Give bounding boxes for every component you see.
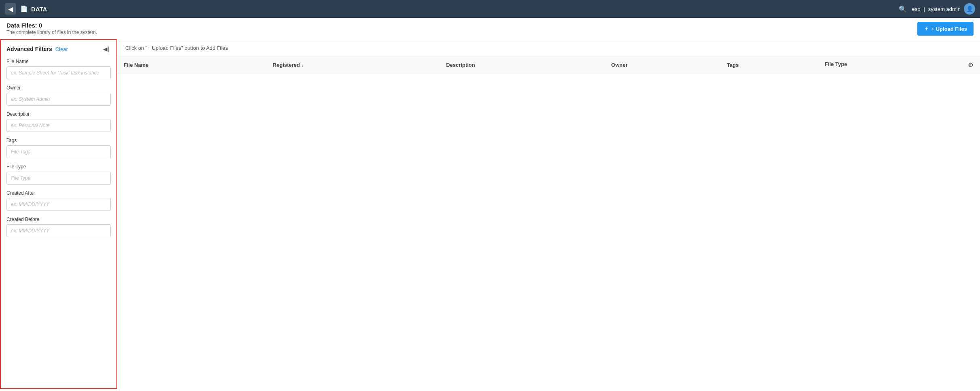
filter-group-owner-input: Owner xyxy=(6,85,111,106)
filter-fields-container: File NameOwnerDescriptionTagsFile TypeCr… xyxy=(6,59,111,237)
search-button[interactable]: 🔍 xyxy=(899,5,907,13)
filter-label-created-before-input: Created Before xyxy=(6,217,111,222)
username-label: system admin xyxy=(928,6,961,12)
filter-label-description-input: Description xyxy=(6,111,111,117)
avatar: 👤 xyxy=(964,3,975,15)
data-table: File NameRegistered ↓DescriptionOwnerTag… xyxy=(117,57,980,73)
nav-back-button[interactable]: ◀ xyxy=(5,3,16,15)
filter-group-created-after-input: Created After xyxy=(6,190,111,211)
table-settings-button[interactable]: ⚙ xyxy=(968,61,974,69)
search-icon: 🔍 xyxy=(899,6,907,13)
avatar-icon: 👤 xyxy=(966,6,973,12)
file-name-input[interactable] xyxy=(6,66,111,79)
page-title: Data Files: 0 xyxy=(6,22,97,29)
file-type-input[interactable] xyxy=(6,172,111,185)
filter-group-description-input: Description xyxy=(6,111,111,132)
owner-input[interactable] xyxy=(6,93,111,106)
nav-title-text: DATA xyxy=(31,6,47,13)
created-after-input[interactable] xyxy=(6,198,111,211)
page-header: Data Files: 0 The complete library of fi… xyxy=(0,18,980,39)
filter-label-owner-input: Owner xyxy=(6,85,111,91)
filter-label-tags-input: Tags xyxy=(6,138,111,143)
filters-sidebar: Advanced Filters Clear ◀| File NameOwner… xyxy=(0,39,117,389)
th-file-name: File Name xyxy=(117,57,266,73)
filters-title: Advanced Filters xyxy=(6,46,52,52)
filter-group-file-name-input: File Name xyxy=(6,59,111,79)
filters-header: Advanced Filters Clear ◀| xyxy=(6,45,111,53)
th-description: Description xyxy=(439,57,604,73)
filter-label-file-name-input: File Name xyxy=(6,59,111,64)
tags-input[interactable] xyxy=(6,145,111,158)
filter-label-file-type-input: File Type xyxy=(6,164,111,170)
filters-clear-button[interactable]: Clear xyxy=(55,46,68,52)
top-navigation: ◀ 📄 DATA 🔍 esp | system admin 👤 xyxy=(0,0,980,18)
upload-icon: ＋ xyxy=(924,25,929,32)
upload-files-button[interactable]: ＋ + Upload Files xyxy=(917,22,974,36)
th-file-type: File Type⚙ xyxy=(818,57,980,73)
collapse-icon: ◀| xyxy=(103,46,109,52)
filters-collapse-button[interactable]: ◀| xyxy=(101,45,111,53)
upload-button-label: + Upload Files xyxy=(931,26,967,32)
nav-title: 📄 DATA xyxy=(20,5,47,13)
filter-group-file-type-input: File Type xyxy=(6,164,111,185)
back-icon: ◀ xyxy=(8,5,13,13)
th-owner: Owner xyxy=(605,57,720,73)
main-layout: Advanced Filters Clear ◀| File NameOwner… xyxy=(0,39,980,389)
filter-label-created-after-input: Created After xyxy=(6,190,111,196)
filter-group-created-before-input: Created Before xyxy=(6,217,111,237)
sort-arrow-icon: ↓ xyxy=(302,63,304,68)
table-header-row: File NameRegistered ↓DescriptionOwnerTag… xyxy=(117,57,980,73)
user-info: esp | system admin 👤 xyxy=(912,3,975,15)
table-container: File NameRegistered ↓DescriptionOwnerTag… xyxy=(117,57,980,73)
page-subtitle: The complete library of files in the sys… xyxy=(6,30,97,35)
description-input[interactable] xyxy=(6,119,111,132)
th-tags: Tags xyxy=(720,57,818,73)
nav-doc-icon: 📄 xyxy=(20,5,28,13)
th-registered[interactable]: Registered ↓ xyxy=(266,57,440,73)
language-label: esp xyxy=(912,6,920,12)
main-content: Click on "+ Upload Files" button to Add … xyxy=(117,39,980,389)
filter-group-tags-input: Tags xyxy=(6,138,111,158)
content-notice: Click on "+ Upload Files" button to Add … xyxy=(117,39,980,57)
created-before-input[interactable] xyxy=(6,224,111,237)
